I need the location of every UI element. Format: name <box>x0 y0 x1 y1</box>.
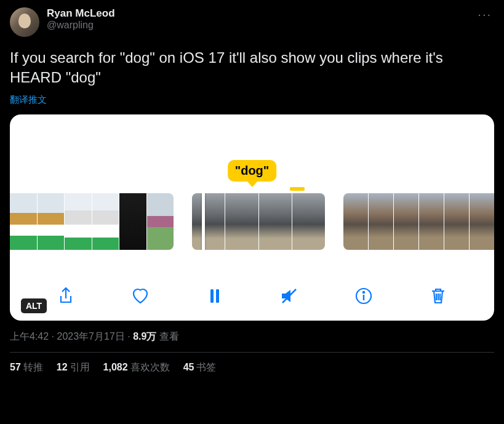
bookmarks-count: 45 <box>183 362 194 372</box>
tweet-meta: 上午4:42 · 2023年7月17日 · 8.9万 查看 <box>10 330 494 343</box>
tweet-body: If you search for "dog" on iOS 17 it'll … <box>10 48 494 88</box>
tweet-header: Ryan McLeod @warpling ··· <box>10 7 494 37</box>
stat-likes[interactable]: 1,082喜欢次数 <box>103 361 170 374</box>
playhead[interactable] <box>202 193 205 250</box>
timeline-marker <box>290 187 305 191</box>
tweet-time[interactable]: 上午4:42 <box>10 331 49 342</box>
svg-rect-0 <box>210 289 214 303</box>
alt-badge[interactable]: ALT <box>21 298 47 313</box>
timeline-frame <box>65 193 92 250</box>
clip-group <box>192 193 325 250</box>
retweets-label: 转推 <box>23 362 43 372</box>
timeline-frame <box>343 193 368 250</box>
timeline-frame <box>419 193 444 250</box>
timeline-frame <box>92 193 119 250</box>
media-attachment[interactable]: "dog" <box>10 114 494 321</box>
translate-link[interactable]: 翻译推文 <box>10 94 494 106</box>
stat-bookmarks[interactable]: 45书签 <box>183 361 217 374</box>
svg-rect-1 <box>216 289 219 303</box>
share-button[interactable] <box>55 285 77 307</box>
tooltip-caret-icon <box>247 182 257 187</box>
timeline-frame <box>147 193 174 250</box>
likes-label: 喜欢次数 <box>130 362 170 372</box>
info-button[interactable] <box>353 285 375 307</box>
media-toolbar <box>10 285 494 307</box>
clip-group <box>343 193 494 250</box>
tweet-container: Ryan McLeod @warpling ··· If you search … <box>0 0 504 374</box>
tweet-date[interactable]: 2023年7月17日 <box>57 331 124 342</box>
quotes-count: 12 <box>57 362 68 372</box>
quotes-label: 引用 <box>70 362 90 372</box>
timeline-frame <box>38 193 65 250</box>
search-tooltip: "dog" <box>228 160 277 182</box>
timeline-frame <box>10 193 37 250</box>
timeline-frame <box>225 193 258 250</box>
timeline-frame <box>369 193 393 250</box>
svg-point-4 <box>363 292 364 293</box>
avatar[interactable] <box>10 7 39 37</box>
more-options-button[interactable]: ··· <box>475 7 494 22</box>
stat-retweets[interactable]: 57转推 <box>10 361 43 374</box>
tweet-stats: 57转推 12引用 1,082喜欢次数 45书签 <box>10 361 494 374</box>
views-label: 查看 <box>159 331 179 342</box>
video-timeline[interactable] <box>10 193 494 250</box>
retweets-count: 57 <box>10 362 21 372</box>
display-name: Ryan McLeod <box>47 7 475 20</box>
author-names[interactable]: Ryan McLeod @warpling <box>47 7 475 31</box>
timeline-frame <box>394 193 418 250</box>
trash-button[interactable] <box>427 285 449 307</box>
stat-quotes[interactable]: 12引用 <box>57 361 90 374</box>
timeline-frame <box>259 193 292 250</box>
clip-group <box>10 193 174 250</box>
timeline-frame <box>292 193 325 250</box>
timeline-frame <box>119 193 146 250</box>
pause-button[interactable] <box>204 285 226 307</box>
mute-button[interactable] <box>278 285 300 307</box>
timeline-frame <box>192 193 225 250</box>
likes-count: 1,082 <box>103 362 128 372</box>
timeline-frame <box>470 193 494 250</box>
divider <box>10 352 494 353</box>
handle: @warpling <box>47 20 475 31</box>
views-count: 8.9万 <box>133 331 156 342</box>
timeline-frame <box>444 193 469 250</box>
bookmarks-label: 书签 <box>196 362 216 372</box>
like-button[interactable] <box>129 285 151 307</box>
